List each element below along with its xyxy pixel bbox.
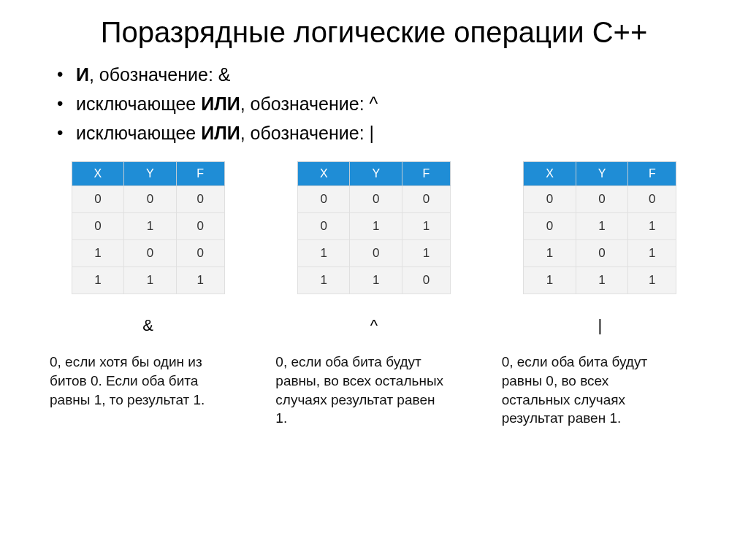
table-header: X bbox=[72, 162, 123, 186]
bullet-bold: ИЛИ bbox=[201, 123, 240, 143]
table-header: F bbox=[628, 162, 676, 186]
slide-title: Поразрядные логические операции С++ bbox=[44, 15, 704, 50]
table-col-xor: X Y F 000 011 101 110 ^ bbox=[275, 161, 472, 335]
operator-symbol-and: & bbox=[142, 316, 153, 335]
table-row: 011 bbox=[297, 213, 450, 240]
bullet-item: И, обозначение: & bbox=[57, 63, 704, 88]
bullet-prefix: исключающее bbox=[76, 123, 201, 143]
description-and: 0, если хотя бы один из битов 0. Если об… bbox=[50, 353, 218, 409]
bullet-suffix: , обозначение: & bbox=[89, 64, 231, 85]
bullet-item: исключающее ИЛИ, обозначение: ^ bbox=[57, 92, 704, 117]
bullet-suffix: , обозначение: | bbox=[240, 123, 374, 143]
table-row: 100 bbox=[72, 240, 224, 267]
table-col-or: X Y F 000 011 101 111 | bbox=[502, 161, 698, 335]
bullet-list: И, обозначение: & исключающее ИЛИ, обозн… bbox=[57, 63, 704, 145]
table-header: Y bbox=[350, 162, 402, 186]
bullet-item: исключающее ИЛИ, обозначение: | bbox=[57, 121, 704, 146]
table-row: 010 bbox=[72, 213, 224, 240]
tables-row: X Y F 000 010 100 111 & X Y F 000 011 bbox=[44, 161, 704, 335]
bullet-bold: И bbox=[76, 64, 89, 85]
table-header: X bbox=[524, 162, 576, 186]
table-row: 000 bbox=[297, 186, 450, 213]
table-row: 000 bbox=[72, 186, 224, 213]
table-row: 101 bbox=[524, 240, 676, 267]
truth-table-xor: X Y F 000 011 101 110 bbox=[297, 161, 451, 294]
description-or: 0, если оба бита будут равны 0, во всех … bbox=[502, 353, 670, 428]
table-header: Y bbox=[124, 162, 176, 186]
descriptions-row: 0, если хотя бы один из битов 0. Если об… bbox=[44, 335, 704, 428]
operator-symbol-or: | bbox=[598, 316, 602, 335]
table-row: 111 bbox=[72, 267, 224, 294]
table-row: 011 bbox=[524, 213, 676, 240]
bullet-suffix: , обозначение: ^ bbox=[240, 93, 378, 114]
bullet-prefix: исключающее bbox=[76, 93, 201, 114]
table-row: 101 bbox=[297, 240, 450, 267]
table-header: F bbox=[402, 162, 450, 186]
table-row: 110 bbox=[297, 267, 450, 294]
table-row: 111 bbox=[524, 267, 676, 294]
truth-table-or: X Y F 000 011 101 111 bbox=[523, 161, 676, 294]
table-col-and: X Y F 000 010 100 111 & bbox=[50, 161, 246, 335]
operator-symbol-xor: ^ bbox=[370, 316, 378, 335]
description-xor: 0, если оба бита будут равны, во всех ос… bbox=[275, 353, 443, 428]
table-row: 000 bbox=[524, 186, 676, 213]
table-header: Y bbox=[576, 162, 627, 186]
table-header: X bbox=[297, 162, 349, 186]
table-header: F bbox=[176, 162, 224, 186]
truth-table-and: X Y F 000 010 100 111 bbox=[72, 161, 225, 294]
bullet-bold: ИЛИ bbox=[201, 93, 240, 114]
